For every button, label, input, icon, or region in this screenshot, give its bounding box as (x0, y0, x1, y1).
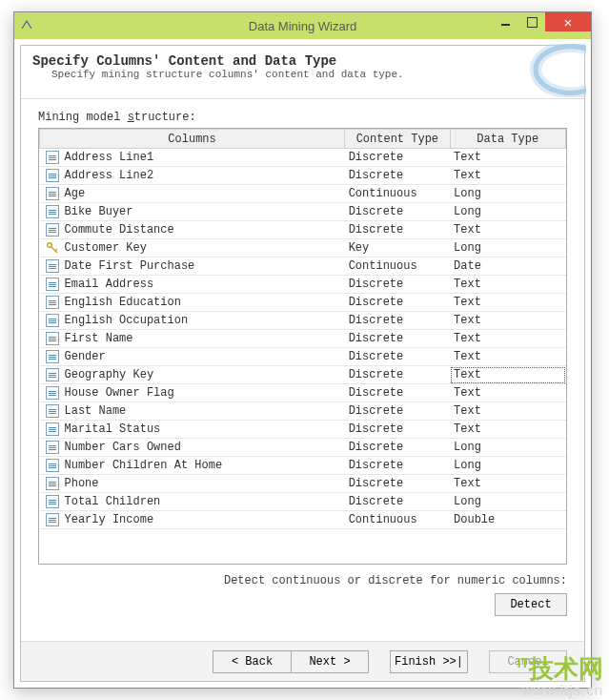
column-name-cell[interactable]: Last Name (40, 402, 345, 421)
data-type-cell[interactable]: Text (450, 475, 565, 493)
data-type-cell[interactable]: Text (450, 366, 565, 384)
data-type-cell[interactable]: Date (450, 257, 565, 276)
column-name-cell[interactable]: Date First Purchase (40, 257, 345, 276)
data-type-cell[interactable]: Text (450, 167, 565, 185)
cancel-button[interactable]: Cancel (489, 650, 567, 673)
table-row[interactable]: Address Line1DiscreteText (40, 149, 566, 167)
column-name-cell[interactable]: Yearly Income (40, 511, 345, 529)
data-type-cell[interactable]: Long (450, 439, 565, 457)
content-type-cell[interactable]: Discrete (345, 439, 450, 457)
table-row[interactable]: Yearly IncomeContinuousDouble (40, 511, 566, 529)
column-name-cell[interactable]: Bike Buyer (40, 203, 345, 221)
content-type-cell[interactable]: Discrete (345, 366, 450, 384)
table-row[interactable]: Last NameDiscreteText (40, 402, 566, 421)
content-type-cell[interactable]: Continuous (345, 185, 450, 203)
maximize-button[interactable] (518, 12, 545, 31)
table-row[interactable]: Commute DistanceDiscreteText (40, 221, 566, 239)
svg-line-4 (55, 249, 57, 251)
content-type-cell[interactable]: Discrete (345, 312, 450, 330)
col-header-content-type[interactable]: Content Type (345, 130, 450, 149)
table-row[interactable]: Email AddressDiscreteText (40, 276, 566, 294)
column-name-cell[interactable]: Geography Key (40, 366, 345, 384)
table-row[interactable]: Date First PurchaseContinuousDate (40, 257, 566, 276)
content-type-cell[interactable]: Continuous (345, 511, 450, 529)
table-row[interactable]: English OccupationDiscreteText (40, 312, 566, 330)
content-type-cell[interactable]: Discrete (345, 276, 450, 294)
content-type-cell[interactable]: Discrete (345, 384, 450, 402)
column-name-cell[interactable]: Address Line1 (40, 149, 345, 167)
back-button[interactable]: < Back (213, 650, 291, 673)
table-row[interactable]: Number Children At HomeDiscreteLong (40, 457, 566, 475)
data-type-cell[interactable]: Text (450, 276, 565, 294)
data-type-cell[interactable]: Text (450, 312, 565, 330)
data-type-cell[interactable]: Long (450, 493, 565, 511)
table-row[interactable]: House Owner FlagDiscreteText (40, 384, 566, 402)
col-header-data-type[interactable]: Data Type (450, 130, 565, 149)
table-row[interactable]: Address Line2DiscreteText (40, 167, 566, 185)
table-row[interactable]: PhoneDiscreteText (40, 475, 566, 493)
minimize-button[interactable] (492, 12, 518, 31)
content-type-cell[interactable]: Discrete (345, 203, 450, 221)
content-type-cell[interactable]: Discrete (345, 493, 450, 511)
table-row[interactable]: Customer KeyKeyLong (40, 239, 566, 257)
column-name-cell[interactable]: Phone (40, 475, 345, 493)
column-name-cell[interactable]: First Name (40, 330, 345, 348)
column-name-cell[interactable]: House Owner Flag (40, 384, 345, 402)
content-type-cell[interactable]: Continuous (345, 257, 450, 276)
column-icon (46, 422, 59, 436)
table-row[interactable]: GenderDiscreteText (40, 348, 566, 366)
column-name-text: Number Cars Owned (65, 441, 181, 454)
data-type-cell[interactable]: Double (450, 511, 565, 529)
column-name-cell[interactable]: Customer Key (40, 239, 345, 257)
finish-button[interactable]: Finish >>| (390, 650, 468, 673)
data-type-cell[interactable]: Text (450, 294, 565, 312)
data-type-cell[interactable]: Text (450, 384, 565, 402)
table-row[interactable]: Marital StatusDiscreteText (40, 421, 566, 439)
column-name-cell[interactable]: Address Line2 (40, 167, 345, 185)
data-type-cell[interactable]: Text (450, 149, 565, 167)
data-type-cell[interactable]: Text (450, 421, 565, 439)
data-type-cell[interactable]: Text (450, 221, 565, 239)
data-type-cell[interactable]: Text (450, 348, 565, 366)
column-name-cell[interactable]: Number Children At Home (40, 457, 345, 475)
content-type-cell[interactable]: Discrete (345, 330, 450, 348)
content-type-cell[interactable]: Discrete (345, 421, 450, 439)
column-name-cell[interactable]: Total Children (40, 493, 345, 511)
table-row[interactable]: Bike BuyerDiscreteLong (40, 203, 566, 221)
detect-button[interactable]: Detect (495, 593, 567, 616)
content-type-cell[interactable]: Key (345, 239, 450, 257)
content-type-cell[interactable]: Discrete (345, 294, 450, 312)
content-type-cell[interactable]: Discrete (345, 149, 450, 167)
column-name-cell[interactable]: Marital Status (40, 421, 345, 439)
table-row[interactable]: Total ChildrenDiscreteLong (40, 493, 566, 511)
columns-grid[interactable]: Columns Content Type Data Type Address L… (38, 128, 567, 565)
data-type-cell[interactable]: Long (450, 203, 565, 221)
data-type-cell[interactable]: Text (450, 402, 565, 421)
content-type-cell[interactable]: Discrete (345, 457, 450, 475)
table-row[interactable]: AgeContinuousLong (40, 185, 566, 203)
next-button[interactable]: Next > (291, 650, 369, 673)
close-button[interactable] (545, 12, 591, 31)
content-type-cell[interactable]: Discrete (345, 402, 450, 421)
titlebar[interactable]: Data Mining Wizard (14, 12, 591, 39)
table-row[interactable]: Geography KeyDiscreteText (40, 366, 566, 384)
column-name-cell[interactable]: Number Cars Owned (40, 439, 345, 457)
column-name-cell[interactable]: Age (40, 185, 345, 203)
content-type-cell[interactable]: Discrete (345, 167, 450, 185)
table-row[interactable]: English EducationDiscreteText (40, 294, 566, 312)
data-type-cell[interactable]: Text (450, 330, 565, 348)
column-name-cell[interactable]: Email Address (40, 276, 345, 294)
data-type-cell[interactable]: Long (450, 185, 565, 203)
col-header-columns[interactable]: Columns (40, 130, 345, 149)
content-type-cell[interactable]: Discrete (345, 348, 450, 366)
column-name-cell[interactable]: Gender (40, 348, 345, 366)
data-type-cell[interactable]: Long (450, 239, 565, 257)
column-name-cell[interactable]: Commute Distance (40, 221, 345, 239)
content-type-cell[interactable]: Discrete (345, 221, 450, 239)
column-name-cell[interactable]: English Occupation (40, 312, 345, 330)
table-row[interactable]: Number Cars OwnedDiscreteLong (40, 439, 566, 457)
column-name-cell[interactable]: English Education (40, 294, 345, 312)
data-type-cell[interactable]: Long (450, 457, 565, 475)
content-type-cell[interactable]: Discrete (345, 475, 450, 493)
table-row[interactable]: First NameDiscreteText (40, 330, 566, 348)
